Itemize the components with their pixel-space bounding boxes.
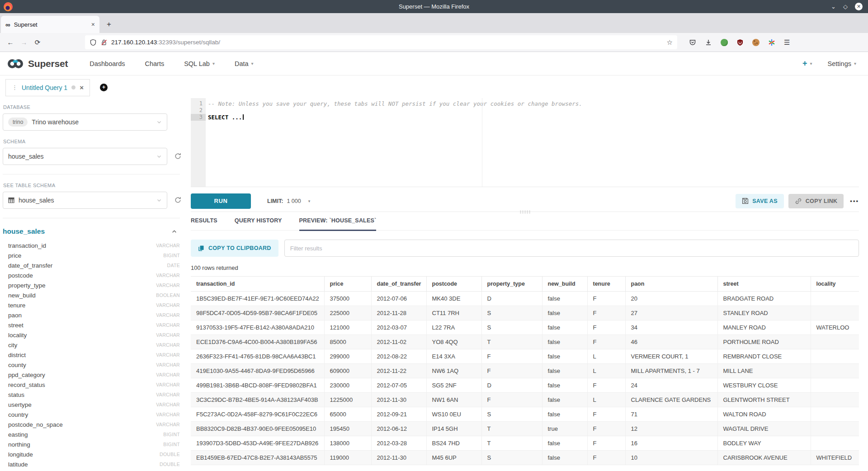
window-close-icon[interactable]: ✕: [855, 3, 863, 10]
tracking-shield-icon[interactable]: [90, 39, 97, 46]
tab-close-icon[interactable]: ×: [91, 21, 95, 28]
column-header[interactable]: street: [717, 277, 811, 292]
column-row[interactable]: price BIGINT: [3, 250, 180, 260]
column-row[interactable]: street VARCHAR: [3, 320, 180, 330]
more-options-icon[interactable]: •••: [850, 198, 859, 204]
column-row[interactable]: tenure VARCHAR: [3, 300, 180, 310]
column-row[interactable]: transaction_id VARCHAR: [3, 240, 180, 250]
line-number: 2: [191, 107, 206, 114]
reload-icon[interactable]: ⟳: [31, 38, 44, 47]
column-header[interactable]: price: [324, 277, 371, 292]
column-header[interactable]: date_of_transfer: [371, 277, 426, 292]
url-host: 217.160.120.143: [111, 39, 157, 46]
tab-results[interactable]: RESULTS: [191, 217, 217, 230]
column-header[interactable]: paon: [625, 277, 717, 292]
column-name: northing: [8, 441, 30, 448]
schema-select[interactable]: house_sales: [3, 148, 167, 165]
column-row[interactable]: status VARCHAR: [3, 390, 180, 400]
filter-results-input[interactable]: [284, 240, 859, 257]
cell-transaction-id: 2636F323-FF41-4765-81DB-98CAA6A43BC1: [191, 349, 324, 364]
sql-editor[interactable]: 1 2 3 -- Note: Unless you save your quer…: [191, 98, 859, 187]
bookmark-star-icon[interactable]: ☆: [667, 38, 673, 47]
window-maximize-icon[interactable]: ◇: [843, 3, 848, 10]
add-new-button[interactable]: +▾: [802, 59, 812, 68]
table-name-heading[interactable]: house_sales: [3, 227, 45, 236]
cell-date-of-transfer: 2012-03-07: [371, 320, 426, 335]
ublock-origin-icon[interactable]: [736, 39, 744, 46]
save-as-button[interactable]: SAVE AS: [736, 194, 784, 208]
nav-item-charts[interactable]: Charts: [145, 60, 164, 67]
column-row[interactable]: usertype VARCHAR: [3, 400, 180, 410]
cell-locality: [811, 349, 859, 364]
column-row[interactable]: postcode_no_space VARCHAR: [3, 419, 180, 429]
query-tab-close-icon[interactable]: ×: [80, 84, 84, 91]
back-icon[interactable]: ←: [4, 38, 17, 46]
window-minimize-icon[interactable]: ⌄: [831, 3, 836, 10]
cell-new-build: false: [542, 364, 587, 378]
pane-splitter[interactable]: [191, 212, 859, 217]
cell-paon: 16: [625, 436, 717, 451]
column-row[interactable]: latitude DOUBLE: [3, 459, 180, 469]
column-row[interactable]: easting BIGINT: [3, 429, 180, 439]
column-row[interactable]: record_status VARCHAR: [3, 380, 180, 390]
column-row[interactable]: new_build BOOLEAN: [3, 290, 180, 300]
column-header[interactable]: new_build: [542, 277, 587, 292]
limit-dropdown[interactable]: LIMIT: 1 000 ▾: [267, 198, 310, 204]
column-row[interactable]: district VARCHAR: [3, 350, 180, 360]
column-row[interactable]: locality VARCHAR: [3, 330, 180, 340]
insecure-lock-icon[interactable]: [100, 39, 108, 46]
column-row[interactable]: property_type VARCHAR: [3, 280, 180, 290]
query-tab-row: ⋮ Untitled Query 1 × +: [0, 75, 868, 96]
column-row[interactable]: postcode VARCHAR: [3, 270, 180, 280]
copy-to-clipboard-button[interactable]: COPY TO CLIPBOARD: [191, 240, 278, 257]
copy-link-button[interactable]: COPY LINK: [788, 194, 844, 208]
url-text[interactable]: 217.160.120.143:32393/superset/sqllab/: [111, 39, 663, 46]
privacy-badger-icon[interactable]: [721, 39, 728, 46]
column-name: district: [8, 352, 26, 358]
column-header[interactable]: postcode: [426, 277, 481, 292]
downloads-icon[interactable]: [705, 39, 712, 46]
column-row[interactable]: paon VARCHAR: [3, 310, 180, 320]
tab-query-history[interactable]: QUERY HISTORY: [235, 217, 282, 230]
column-header[interactable]: transaction_id: [191, 277, 324, 292]
pocket-icon[interactable]: [689, 39, 696, 46]
menu-icon[interactable]: ☰: [784, 38, 790, 47]
column-row[interactable]: date_of_transfer DATE: [3, 260, 180, 270]
column-name: county: [8, 362, 26, 368]
cookie-icon[interactable]: [752, 39, 760, 46]
empty-line: [208, 107, 859, 114]
column-header[interactable]: locality: [811, 277, 859, 292]
refresh-schemas-icon[interactable]: [174, 152, 182, 160]
nav-item-dashboards[interactable]: Dashboards: [90, 60, 125, 67]
column-row[interactable]: longitude DOUBLE: [3, 449, 180, 459]
chevron-up-icon[interactable]: [171, 229, 177, 235]
add-query-tab-button[interactable]: +: [100, 84, 108, 91]
column-row[interactable]: ppd_category VARCHAR: [3, 370, 180, 380]
column-row[interactable]: country VARCHAR: [3, 410, 180, 419]
column-header[interactable]: property_type: [481, 277, 542, 292]
url-bar[interactable]: 217.160.120.143:32393/superset/sqllab/ ☆: [85, 35, 677, 49]
splitter-grip-icon[interactable]: [519, 210, 530, 214]
extension-asterisk-icon[interactable]: [768, 39, 775, 46]
column-header[interactable]: tenure: [587, 277, 625, 292]
column-row[interactable]: county VARCHAR: [3, 360, 180, 370]
nav-item-data[interactable]: Data▾: [235, 60, 254, 67]
settings-menu[interactable]: Settings▾: [828, 60, 856, 67]
database-select[interactable]: trino Trino warehouse: [3, 113, 167, 131]
new-tab-button[interactable]: +: [102, 18, 116, 31]
table-select[interactable]: house_sales: [3, 192, 167, 209]
drag-handle-icon[interactable]: ⋮: [12, 84, 18, 91]
refresh-tables-icon[interactable]: [174, 196, 182, 204]
superset-brand[interactable]: Superset: [6, 58, 68, 69]
browser-tab[interactable]: ∞ Superset ×: [1, 16, 99, 33]
column-row[interactable]: northing BIGINT: [3, 439, 180, 449]
column-row[interactable]: city VARCHAR: [3, 340, 180, 350]
tab-preview-house-sales[interactable]: PREVIEW: `HOUSE_SALES`: [299, 217, 377, 231]
cell-postcode: NW1 6AN: [426, 393, 481, 407]
nav-item-sql-lab[interactable]: SQL Lab▾: [184, 60, 215, 67]
editor-code-area[interactable]: -- Note: Unless you save your query, the…: [206, 98, 859, 187]
run-button[interactable]: RUN: [191, 193, 251, 209]
cell-locality: WHITEFIELD: [811, 451, 859, 465]
column-name: postcode: [8, 272, 33, 279]
query-tab[interactable]: ⋮ Untitled Query 1 ×: [5, 79, 90, 96]
